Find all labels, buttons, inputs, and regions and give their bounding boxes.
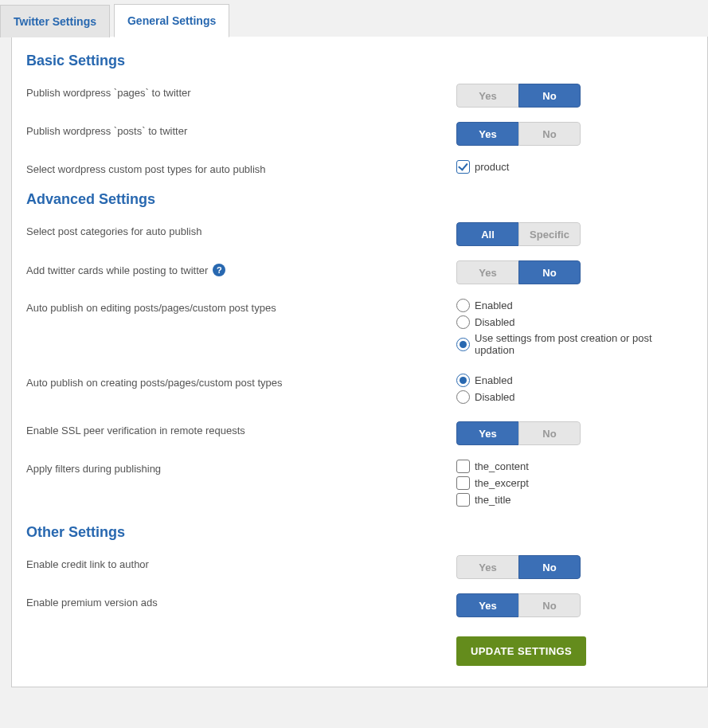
checkbox-the-title-label: the_title — [475, 494, 511, 506]
toggle-premium-ads-yes[interactable]: Yes — [456, 593, 518, 617]
tab-twitter-settings[interactable]: Twitter Settings — [0, 5, 110, 37]
toggle-categories: All Specific — [456, 222, 581, 246]
radio-autopub-edit-use-settings[interactable] — [456, 338, 470, 351]
toggle-publish-posts-no[interactable]: No — [518, 122, 581, 146]
help-icon[interactable]: ? — [213, 264, 225, 276]
toggle-credit-link-yes[interactable]: Yes — [456, 555, 518, 579]
tab-general-settings[interactable]: General Settings — [114, 4, 229, 37]
toggle-ssl-yes[interactable]: Yes — [456, 421, 518, 445]
radio-autopub-edit-disabled-label: Disabled — [475, 316, 515, 328]
toggle-twitter-cards: Yes No — [456, 260, 581, 284]
label-categories: Select post categories for auto publish — [26, 222, 456, 237]
toggle-categories-specific[interactable]: Specific — [518, 222, 581, 246]
toggle-publish-pages-no[interactable]: No — [518, 84, 581, 108]
checkbox-the-title[interactable] — [456, 493, 470, 507]
radio-autopub-edit-enabled[interactable] — [456, 299, 470, 312]
section-other-heading: Other Settings — [26, 524, 693, 541]
toggle-publish-posts: Yes No — [456, 122, 581, 146]
checkbox-the-excerpt-label: the_excerpt — [475, 477, 529, 489]
toggle-credit-link: Yes No — [456, 555, 581, 579]
radio-autopub-edit-use-settings-label: Use settings from post creation or post … — [475, 332, 693, 356]
radio-autopub-create-enabled-label: Enabled — [475, 374, 513, 386]
toggle-ssl-no[interactable]: No — [518, 421, 581, 445]
toggle-publish-posts-yes[interactable]: Yes — [456, 122, 518, 146]
checkbox-the-excerpt[interactable] — [456, 476, 470, 490]
label-credit-link: Enable credit link to author — [26, 555, 456, 570]
checkbox-the-content-label: the_content — [475, 460, 529, 472]
toggle-premium-ads: Yes No — [456, 593, 581, 617]
toggle-premium-ads-no[interactable]: No — [518, 593, 581, 617]
label-custom-post-types: Select wordpress custom post types for a… — [26, 160, 456, 175]
radio-autopub-create-disabled[interactable] — [456, 390, 470, 404]
checkbox-the-content[interactable] — [456, 460, 470, 473]
toggle-publish-pages-yes[interactable]: Yes — [456, 84, 518, 108]
label-autopub-create: Auto publish on creating posts/pages/cus… — [26, 374, 456, 389]
update-settings-button[interactable]: UPDATE SETTINGS — [456, 636, 586, 666]
checkbox-product[interactable] — [456, 160, 470, 174]
radio-autopub-create-disabled-label: Disabled — [475, 391, 515, 403]
toggle-credit-link-no[interactable]: No — [518, 555, 581, 579]
toggle-twitter-cards-yes[interactable]: Yes — [456, 260, 518, 284]
label-autopub-edit: Auto publish on editing posts/pages/cust… — [26, 299, 456, 314]
radio-autopub-edit-enabled-label: Enabled — [475, 299, 513, 311]
section-advanced-heading: Advanced Settings — [26, 191, 693, 208]
label-twitter-cards: Add twitter cards while posting to twitt… — [26, 260, 456, 276]
toggle-twitter-cards-no[interactable]: No — [518, 260, 581, 284]
label-publish-posts: Publish wordpress `posts` to twitter — [26, 122, 456, 137]
section-basic-heading: Basic Settings — [26, 53, 693, 69]
toggle-ssl: Yes No — [456, 421, 581, 445]
toggle-categories-all[interactable]: All — [456, 222, 518, 246]
label-premium-ads: Enable premium version ads — [26, 593, 456, 609]
label-ssl: Enable SSL peer verification in remote r… — [26, 421, 456, 436]
toggle-publish-pages: Yes No — [456, 84, 581, 108]
settings-panel: Basic Settings Publish wordpress `pages`… — [11, 37, 708, 687]
radio-autopub-edit-disabled[interactable] — [456, 315, 470, 329]
checkbox-product-label: product — [475, 161, 509, 173]
label-publish-pages: Publish wordpress `pages` to twitter — [26, 84, 456, 99]
label-filters: Apply filters during publishing — [26, 460, 456, 475]
label-twitter-cards-text: Add twitter cards while posting to twitt… — [26, 264, 208, 276]
radio-autopub-create-enabled[interactable] — [456, 374, 470, 387]
